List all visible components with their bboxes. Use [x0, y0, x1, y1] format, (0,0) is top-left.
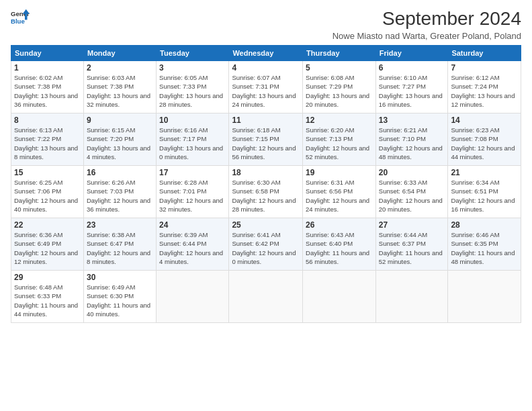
day-cell: 10 Sunrise: 6:16 AM Sunset: 7:17 PM Dayl… — [157, 113, 229, 166]
day-info: Sunrise: 6:05 AM Sunset: 7:33 PM Dayligh… — [159, 73, 226, 109]
day-cell: 11 Sunrise: 6:18 AM Sunset: 7:15 PM Dayl… — [229, 113, 303, 166]
day-info: Sunrise: 6:39 AM Sunset: 6:44 PM Dayligh… — [159, 230, 226, 266]
day-number: 3 — [159, 63, 226, 73]
day-cell: 3 Sunrise: 6:05 AM Sunset: 7:33 PM Dayli… — [157, 61, 229, 113]
day-number: 4 — [232, 63, 300, 73]
day-cell: 15 Sunrise: 6:25 AM Sunset: 7:06 PM Dayl… — [11, 166, 84, 218]
day-number: 11 — [232, 116, 300, 125]
day-number: 23 — [87, 220, 153, 230]
header: General Blue September 2024 Nowe Miasto … — [11, 8, 521, 41]
page: General Blue September 2024 Nowe Miasto … — [0, 0, 532, 411]
day-number: 1 — [14, 63, 81, 73]
month-title: September 2024 — [332, 8, 521, 30]
col-saturday: Saturday — [448, 46, 521, 61]
day-number: 19 — [306, 168, 373, 177]
col-thursday: Thursday — [303, 46, 376, 61]
title-block: September 2024 Nowe Miasto nad Warta, Gr… — [332, 8, 521, 41]
day-number: 22 — [14, 220, 81, 230]
day-info: Sunrise: 6:02 AM Sunset: 7:38 PM Dayligh… — [14, 73, 81, 109]
day-cell: 8 Sunrise: 6:13 AM Sunset: 7:22 PM Dayli… — [11, 113, 84, 166]
day-cell: 28 Sunrise: 6:46 AM Sunset: 6:35 PM Dayl… — [448, 218, 521, 271]
day-number: 18 — [232, 168, 300, 177]
day-cell: 24 Sunrise: 6:39 AM Sunset: 6:44 PM Dayl… — [157, 218, 229, 271]
day-info: Sunrise: 6:23 AM Sunset: 7:08 PM Dayligh… — [451, 126, 518, 161]
day-info: Sunrise: 6:48 AM Sunset: 6:33 PM Dayligh… — [14, 283, 81, 318]
day-number: 26 — [306, 220, 373, 230]
day-number: 10 — [159, 116, 226, 125]
day-cell: 2 Sunrise: 6:03 AM Sunset: 7:38 PM Dayli… — [83, 61, 156, 113]
day-info: Sunrise: 6:08 AM Sunset: 7:29 PM Dayligh… — [306, 73, 373, 109]
day-cell: 26 Sunrise: 6:43 AM Sunset: 6:40 PM Dayl… — [303, 218, 376, 271]
day-cell: 6 Sunrise: 6:10 AM Sunset: 7:27 PM Dayli… — [375, 61, 448, 113]
day-info: Sunrise: 6:20 AM Sunset: 7:13 PM Dayligh… — [306, 126, 373, 161]
day-cell: 22 Sunrise: 6:36 AM Sunset: 6:49 PM Dayl… — [11, 218, 84, 271]
day-number: 27 — [379, 220, 445, 230]
empty-day — [229, 271, 303, 323]
day-cell: 21 Sunrise: 6:34 AM Sunset: 6:51 PM Dayl… — [448, 166, 521, 218]
day-number: 6 — [379, 63, 445, 73]
day-cell: 23 Sunrise: 6:38 AM Sunset: 6:47 PM Dayl… — [83, 218, 156, 271]
day-info: Sunrise: 6:46 AM Sunset: 6:35 PM Dayligh… — [451, 230, 518, 266]
day-number: 13 — [379, 116, 445, 125]
day-number: 30 — [87, 273, 153, 282]
col-friday: Friday — [375, 46, 448, 61]
col-wednesday: Wednesday — [229, 46, 303, 61]
svg-text:Blue: Blue — [11, 17, 25, 25]
day-info: Sunrise: 6:25 AM Sunset: 7:06 PM Dayligh… — [14, 178, 81, 214]
day-number: 17 — [159, 168, 226, 177]
day-info: Sunrise: 6:10 AM Sunset: 7:27 PM Dayligh… — [379, 73, 445, 109]
day-cell: 13 Sunrise: 6:21 AM Sunset: 7:10 PM Dayl… — [375, 113, 448, 166]
day-number: 15 — [14, 168, 81, 177]
day-number: 8 — [14, 116, 81, 125]
day-number: 7 — [451, 63, 518, 73]
day-info: Sunrise: 6:28 AM Sunset: 7:01 PM Dayligh… — [159, 178, 226, 214]
day-cell: 16 Sunrise: 6:26 AM Sunset: 7:03 PM Dayl… — [83, 166, 156, 218]
day-info: Sunrise: 6:43 AM Sunset: 6:40 PM Dayligh… — [306, 230, 373, 266]
day-info: Sunrise: 6:38 AM Sunset: 6:47 PM Dayligh… — [87, 230, 153, 266]
day-cell: 1 Sunrise: 6:02 AM Sunset: 7:38 PM Dayli… — [11, 61, 84, 113]
day-info: Sunrise: 6:49 AM Sunset: 6:30 PM Dayligh… — [87, 283, 153, 318]
logo-icon: General Blue — [11, 8, 30, 27]
location-subtitle: Nowe Miasto nad Warta, Greater Poland, P… — [332, 31, 521, 41]
day-info: Sunrise: 6:31 AM Sunset: 6:56 PM Dayligh… — [306, 178, 373, 214]
day-info: Sunrise: 6:21 AM Sunset: 7:10 PM Dayligh… — [379, 126, 445, 161]
empty-day — [448, 271, 521, 323]
day-number: 20 — [379, 168, 445, 177]
day-cell: 7 Sunrise: 6:12 AM Sunset: 7:24 PM Dayli… — [448, 61, 521, 113]
day-cell: 4 Sunrise: 6:07 AM Sunset: 7:31 PM Dayli… — [229, 61, 303, 113]
day-info: Sunrise: 6:44 AM Sunset: 6:37 PM Dayligh… — [379, 230, 445, 266]
day-cell: 5 Sunrise: 6:08 AM Sunset: 7:29 PM Dayli… — [303, 61, 376, 113]
day-number: 16 — [87, 168, 153, 177]
day-cell: 14 Sunrise: 6:23 AM Sunset: 7:08 PM Dayl… — [448, 113, 521, 166]
day-number: 21 — [451, 168, 518, 177]
day-cell: 9 Sunrise: 6:15 AM Sunset: 7:20 PM Dayli… — [83, 113, 156, 166]
day-number: 12 — [306, 116, 373, 125]
logo: General Blue — [11, 8, 30, 27]
day-cell: 12 Sunrise: 6:20 AM Sunset: 7:13 PM Dayl… — [303, 113, 376, 166]
day-number: 25 — [232, 220, 300, 230]
day-number: 24 — [159, 220, 226, 230]
day-cell: 25 Sunrise: 6:41 AM Sunset: 6:42 PM Dayl… — [229, 218, 303, 271]
day-info: Sunrise: 6:30 AM Sunset: 6:58 PM Dayligh… — [232, 178, 300, 214]
day-cell: 18 Sunrise: 6:30 AM Sunset: 6:58 PM Dayl… — [229, 166, 303, 218]
day-info: Sunrise: 6:34 AM Sunset: 6:51 PM Dayligh… — [451, 178, 518, 214]
day-cell: 20 Sunrise: 6:33 AM Sunset: 6:54 PM Dayl… — [375, 166, 448, 218]
day-info: Sunrise: 6:18 AM Sunset: 7:15 PM Dayligh… — [232, 126, 300, 161]
day-info: Sunrise: 6:41 AM Sunset: 6:42 PM Dayligh… — [232, 230, 300, 266]
day-info: Sunrise: 6:33 AM Sunset: 6:54 PM Dayligh… — [379, 178, 445, 214]
calendar-table: Sunday Monday Tuesday Wednesday Thursday… — [11, 45, 521, 323]
day-number: 2 — [87, 63, 153, 73]
day-number: 28 — [451, 220, 518, 230]
day-number: 5 — [306, 63, 373, 73]
empty-day — [303, 271, 376, 323]
day-info: Sunrise: 6:03 AM Sunset: 7:38 PM Dayligh… — [87, 73, 153, 109]
day-info: Sunrise: 6:16 AM Sunset: 7:17 PM Dayligh… — [159, 126, 226, 161]
day-cell: 27 Sunrise: 6:44 AM Sunset: 6:37 PM Dayl… — [375, 218, 448, 271]
day-number: 9 — [87, 116, 153, 125]
day-info: Sunrise: 6:13 AM Sunset: 7:22 PM Dayligh… — [14, 126, 81, 161]
day-info: Sunrise: 6:12 AM Sunset: 7:24 PM Dayligh… — [451, 73, 518, 109]
col-monday: Monday — [83, 46, 156, 61]
day-number: 29 — [14, 273, 81, 282]
day-cell: 17 Sunrise: 6:28 AM Sunset: 7:01 PM Dayl… — [157, 166, 229, 218]
day-cell: 29 Sunrise: 6:48 AM Sunset: 6:33 PM Dayl… — [11, 271, 84, 323]
